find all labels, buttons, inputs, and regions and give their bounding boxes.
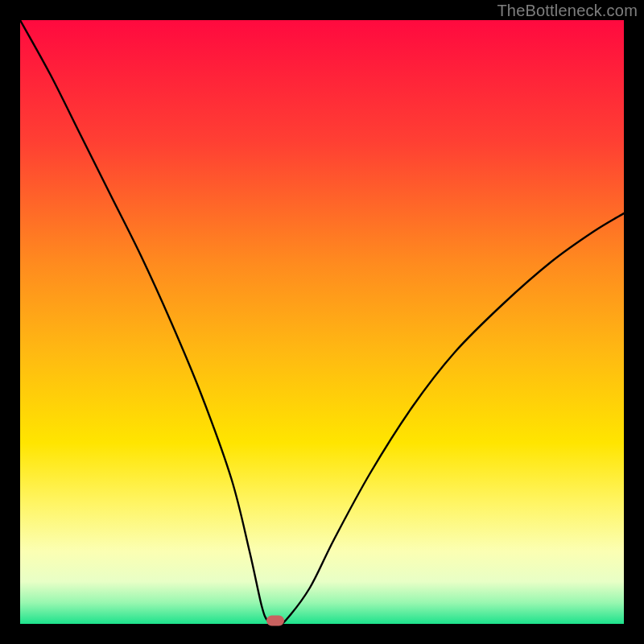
bottleneck-curve [20, 20, 624, 624]
plot-area [20, 20, 624, 624]
chart-frame: TheBottleneck.com [0, 0, 644, 644]
watermark-text: TheBottleneck.com [497, 2, 638, 20]
optimal-marker [266, 616, 284, 626]
